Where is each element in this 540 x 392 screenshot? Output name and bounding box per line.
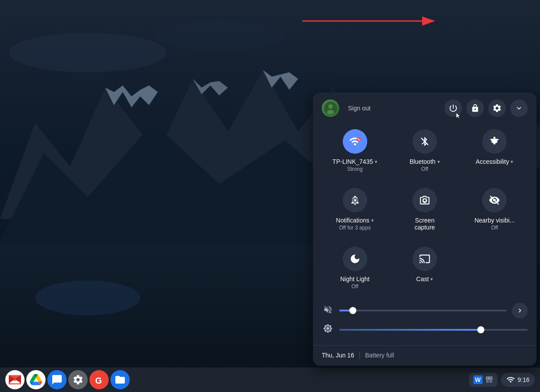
night-light-label: Night Light: [340, 275, 369, 283]
notifications-toggle[interactable]: Notifications ▾ Off for 3 apps: [320, 179, 390, 238]
night-light-icon: [349, 253, 361, 265]
taskbar-wifi-icon: [506, 375, 515, 384]
nearby-sublabel: Off: [491, 225, 498, 231]
settings-icon: [72, 374, 84, 385]
brightness-thumb[interactable]: [477, 326, 484, 333]
night-light-toggle[interactable]: Night Light Off: [320, 238, 390, 297]
volume-thumb[interactable]: [349, 307, 356, 314]
nearby-off-icon: [489, 194, 500, 206]
screen-capture-label: Screencapture: [415, 217, 435, 231]
wifi-label-row: TP-LINK_7435 ▾: [332, 158, 377, 165]
wifi-toggle[interactable]: TP-LINK_7435 ▾ Strong: [320, 120, 390, 179]
cast-dropdown-arrow: ▾: [430, 276, 433, 282]
notifications-label: Notifications: [336, 217, 369, 224]
drive-icon: [30, 374, 42, 386]
taskbar-drive[interactable]: [26, 370, 46, 389]
cast-toggle[interactable]: Cast ▾: [390, 238, 459, 297]
svg-point-10: [153, 20, 285, 50]
gmail-icon: [9, 375, 21, 385]
user-avatar: [322, 99, 339, 117]
taskbar-right: W 9:16: [469, 373, 535, 387]
bluetooth-icon-circle: [412, 129, 437, 154]
header-buttons: [444, 99, 528, 117]
system-tray[interactable]: 9:16: [501, 373, 535, 387]
screen-capture-toggle[interactable]: Screencapture: [390, 179, 459, 238]
google-icon: G: [93, 374, 105, 385]
svg-point-14: [328, 104, 333, 109]
accessibility-toggle[interactable]: Accessibility ▾: [460, 120, 529, 179]
taskbar-messages[interactable]: [47, 370, 67, 389]
taskbar-time: 9:16: [518, 376, 529, 383]
taskbar-apps: G: [5, 370, 130, 389]
footer-battery: Battery full: [365, 352, 394, 359]
chevron-down-icon: [515, 104, 523, 113]
wifi-label: TP-LINK_7435: [332, 158, 373, 165]
quick-settings-panel: Sign out: [313, 92, 536, 366]
screen-capture-icon-circle: [412, 188, 437, 212]
signout-label: Sign out: [348, 105, 370, 112]
bluetooth-sublabel: Off: [421, 166, 428, 172]
user-section: Sign out: [322, 99, 370, 117]
lock-button[interactable]: [466, 99, 484, 117]
bluetooth-toggle[interactable]: Bluetooth ▾ Off: [390, 120, 459, 179]
footer-date: Thu, Jun 16: [322, 352, 354, 359]
red-arrow-svg: [298, 12, 443, 30]
accessibility-label: Accessibility: [476, 158, 509, 165]
bluetooth-label: Bluetooth: [409, 158, 435, 165]
night-light-icon-circle: [343, 247, 367, 271]
panel-header: Sign out: [313, 92, 536, 120]
taskbar-files[interactable]: [110, 370, 130, 389]
cast-label-row: Cast ▾: [416, 275, 433, 283]
notifications-icon-circle: [343, 188, 367, 212]
lock-icon: [471, 104, 480, 113]
gear-icon: [492, 103, 502, 113]
red-arrow-annotation: [298, 12, 443, 30]
sliders-section: [313, 297, 536, 343]
power-icon: [448, 103, 458, 113]
nearby-visibility-toggle[interactable]: Nearby visibi... Off: [460, 179, 529, 238]
collapse-button[interactable]: [510, 99, 528, 117]
wifi-icon: [349, 135, 361, 148]
mute-icon[interactable]: [322, 305, 334, 317]
taskbar-settings[interactable]: [68, 370, 88, 389]
bluetooth-dropdown-arrow: ▾: [437, 159, 440, 165]
nearby-label: Nearby visibi...: [474, 217, 515, 224]
svg-point-20: [494, 137, 495, 138]
wifi-dropdown-arrow: ▾: [375, 159, 377, 165]
svg-text:G: G: [95, 376, 102, 385]
power-button[interactable]: [444, 99, 462, 117]
svg-point-8: [35, 280, 140, 315]
toggles-row-1: TP-LINK_7435 ▾ Strong Bluetooth ▾ Off: [313, 120, 536, 179]
brightness-track[interactable]: [339, 329, 528, 331]
cast-icon-circle: [412, 247, 437, 271]
accessibility-dropdown-arrow: ▾: [511, 159, 513, 165]
screen-capture-icon: [419, 194, 430, 206]
taskbar-google[interactable]: G: [89, 370, 109, 389]
volume-expand-button[interactable]: [512, 303, 528, 318]
toggles-row-2: Notifications ▾ Off for 3 apps Screencap…: [313, 179, 536, 238]
notifications-dropdown-arrow: ▾: [371, 218, 374, 223]
night-light-sublabel: Off: [352, 283, 359, 290]
volume-slider-row: [322, 300, 528, 321]
messages-icon: [51, 374, 63, 385]
bluetooth-icon: [419, 136, 430, 147]
window-icon: [485, 376, 493, 384]
volume-track[interactable]: [339, 310, 507, 311]
files-icon: [114, 374, 126, 385]
active-windows[interactable]: W: [469, 373, 497, 387]
footer-divider: [359, 352, 360, 359]
cast-icon: [419, 253, 430, 265]
brightness-svg-icon: [323, 324, 333, 333]
taskbar: G W 9:16: [0, 367, 540, 392]
notifications-icon: [349, 194, 361, 206]
empty-cell: [460, 238, 529, 297]
taskbar-gmail[interactable]: [5, 370, 25, 389]
brightness-fill: [339, 329, 481, 331]
wifi-sublabel: Strong: [347, 166, 362, 172]
word-indicator: W: [473, 375, 483, 384]
notifications-sublabel: Off for 3 apps: [339, 225, 371, 231]
settings-button[interactable]: [488, 99, 506, 117]
nearby-icon-circle: [482, 188, 507, 212]
avatar-icon: [324, 102, 337, 115]
chevron-right-icon: [516, 307, 524, 314]
